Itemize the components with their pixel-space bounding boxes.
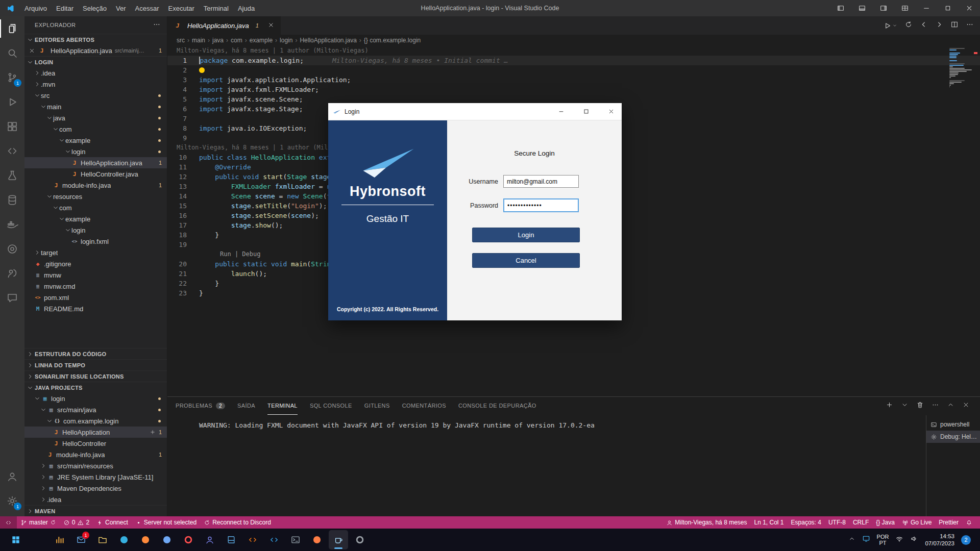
password-field[interactable]: [503, 198, 579, 212]
panel-action-trash[interactable]: [916, 401, 924, 411]
tray-display-icon[interactable]: [862, 535, 870, 545]
taskbar-teams-icon[interactable]: [200, 530, 219, 549]
status-prettier[interactable]: Prettier: [935, 516, 962, 529]
section-project-login[interactable]: LOGIN: [24, 56, 167, 67]
breadcrumb-item-login[interactable]: login: [280, 37, 292, 44]
dialog-maximize-button[interactable]: [575, 103, 597, 120]
explorer-item-hellocontroller.java[interactable]: JHelloController.java: [24, 168, 167, 180]
activity-gitlens[interactable]: [0, 237, 24, 261]
status-discord[interactable]: Reconnect to Discord: [200, 516, 275, 529]
explorer-item-helloapplication.java[interactable]: JHelloApplication.java1: [24, 157, 167, 168]
explorer-item-main[interactable]: main: [24, 101, 167, 112]
status-encoding[interactable]: UTF-8: [825, 516, 849, 529]
explorer-item-.gitignore[interactable]: ◆.gitignore: [24, 258, 167, 269]
breadcrumb-item-java[interactable]: java: [212, 37, 224, 44]
java-projects-item-jre-system-library-[javase-11][interactable]: ▤JRE System Library [JavaSE-11]: [24, 471, 167, 483]
window-maximize-button[interactable]: [937, 0, 959, 16]
open-editor-item[interactable]: JHelloApplication.javasrc\main\j…1: [24, 45, 167, 56]
explorer-item-mvnw.cmd[interactable]: ≡mvnw.cmd: [24, 281, 167, 292]
dialog-minimize-button[interactable]: [550, 103, 572, 120]
explorer-item-.idea[interactable]: .idea: [24, 67, 167, 79]
toggle-sidebar-icon[interactable]: [830, 0, 851, 16]
taskbar-java-app-icon[interactable]: [329, 530, 348, 549]
taskbar-firefox-icon[interactable]: [136, 530, 155, 549]
status-notifications[interactable]: [962, 516, 976, 529]
activity-live-share[interactable]: [0, 261, 24, 286]
taskbar-widgets-icon[interactable]: [50, 530, 69, 549]
activity-extensions[interactable]: [0, 114, 24, 139]
panel-tab-problemas[interactable]: PROBLEMAS2: [176, 397, 225, 415]
explorer-item-com[interactable]: com: [24, 123, 167, 135]
sidebar-more-actions-icon[interactable]: [153, 20, 161, 30]
terminal-instance-powershell[interactable]: powershell: [926, 418, 980, 431]
explorer-item-.mvn[interactable]: .mvn: [24, 79, 167, 90]
status-indentation[interactable]: Espaços: 4: [788, 516, 825, 529]
taskbar-intellij-icon[interactable]: [243, 530, 262, 549]
taskbar-file-explorer-icon[interactable]: [93, 530, 112, 549]
java-projects-item-src-main-resources[interactable]: ▥src/main/resources: [24, 460, 167, 471]
breadcrumb-item-com[interactable]: com: [231, 37, 242, 44]
tab-helloapplication[interactable]: J HelloApplication.java 1: [167, 16, 281, 35]
java-projects-item-.idea[interactable]: .idea: [24, 494, 167, 505]
java-projects-item-module-info.java[interactable]: Jmodule-info.java1: [24, 449, 167, 460]
activity-database[interactable]: [0, 188, 24, 212]
editor-action-more[interactable]: [966, 20, 974, 31]
editor-action-split[interactable]: [950, 20, 959, 31]
username-field[interactable]: [503, 175, 579, 188]
terminal-instance-debug-hel[interactable]: Debug: Hel…: [926, 431, 980, 443]
java-projects-item-src-main-java[interactable]: ▥src/main/java: [24, 404, 167, 415]
tray-language-indicator[interactable]: PORPT: [877, 534, 889, 546]
panel-action-plus[interactable]: [886, 401, 893, 411]
taskbar-obs-icon[interactable]: [350, 530, 370, 549]
java-projects-item-login[interactable]: ▦login: [24, 393, 167, 404]
menu-terminal[interactable]: Terminal: [199, 0, 233, 16]
tray-network-icon[interactable]: [895, 535, 903, 545]
tray-hidden-icons-button[interactable]: [848, 535, 855, 544]
dialog-close-button[interactable]: [600, 103, 622, 120]
activity-source-control[interactable]: 1: [0, 65, 24, 90]
menu-editar[interactable]: Editar: [52, 0, 78, 16]
status-cursor-position[interactable]: Ln 1, Col 1: [750, 516, 787, 529]
window-minimize-button[interactable]: [916, 0, 937, 16]
tray-clock[interactable]: 14:5307/07/2023: [925, 533, 954, 547]
section-sonarlint-issue-locations[interactable]: SONARLINT ISSUE LOCATIONS: [24, 370, 167, 382]
explorer-item-login[interactable]: login: [24, 146, 167, 157]
section-estrutura-do-c-digo[interactable]: ESTRUTURA DO CÓDIGO: [24, 348, 167, 359]
cancel-button[interactable]: Cancel: [472, 253, 580, 268]
panel-action-ellipsis[interactable]: [932, 401, 939, 411]
close-editor-icon[interactable]: [29, 47, 35, 54]
activity-run-debug[interactable]: [0, 90, 24, 114]
java-projects-item-hellocontroller[interactable]: JHelloController: [24, 438, 167, 449]
explorer-item-example[interactable]: example: [24, 213, 167, 224]
explorer-item-mvnw[interactable]: ≡mvnw: [24, 269, 167, 281]
activity-settings[interactable]: 1: [0, 489, 24, 513]
explorer-item-example[interactable]: example: [24, 135, 167, 146]
panel-tab-coment-rios[interactable]: COMENTÁRIOS: [402, 397, 446, 415]
menu-ajuda[interactable]: Ajuda: [233, 0, 259, 16]
status-gitlens-blame[interactable]: Milton-Viegas, há 8 meses: [663, 516, 750, 529]
status-remote[interactable]: [0, 516, 17, 529]
more-actions-icon[interactable]: [153, 20, 161, 29]
activity-remote-explorer[interactable]: [0, 139, 24, 163]
panel-action-close[interactable]: [962, 401, 970, 411]
code-line-1[interactable]: 1package com.example.login;Milton-Viegas…: [167, 56, 980, 65]
explorer-item-resources[interactable]: resources: [24, 191, 167, 202]
code-line-3[interactable]: 3import javafx.application.Application;: [167, 75, 980, 85]
explorer-item-src[interactable]: src: [24, 90, 167, 101]
section-maven[interactable]: MAVEN: [24, 505, 167, 516]
panel-action-chevron-up[interactable]: [947, 401, 954, 411]
activity-account[interactable]: [0, 464, 24, 489]
editor-action-forward[interactable]: [935, 20, 943, 31]
section-linha-do-tempo[interactable]: LINHA DO TEMPO: [24, 359, 167, 370]
status-sqltools-connect[interactable]: Connect: [93, 516, 132, 529]
taskbar-edge-icon[interactable]: [114, 530, 134, 549]
explorer-item-module-info.java[interactable]: Jmodule-info.java1: [24, 180, 167, 191]
tray-volume-icon[interactable]: [910, 535, 918, 545]
explorer-item-pom.xml[interactable]: <>pom.xml: [24, 292, 167, 303]
activity-docker[interactable]: [0, 212, 24, 237]
panel-tab-console-de-depura-o[interactable]: CONSOLE DE DEPURAÇÃO: [458, 397, 536, 415]
toggle-secondary-sidebar-icon[interactable]: [873, 0, 894, 16]
breadcrumb-item-example[interactable]: example: [250, 37, 273, 44]
taskbar-mail-icon[interactable]: 1: [71, 530, 91, 549]
customize-layout-icon[interactable]: [894, 0, 916, 16]
